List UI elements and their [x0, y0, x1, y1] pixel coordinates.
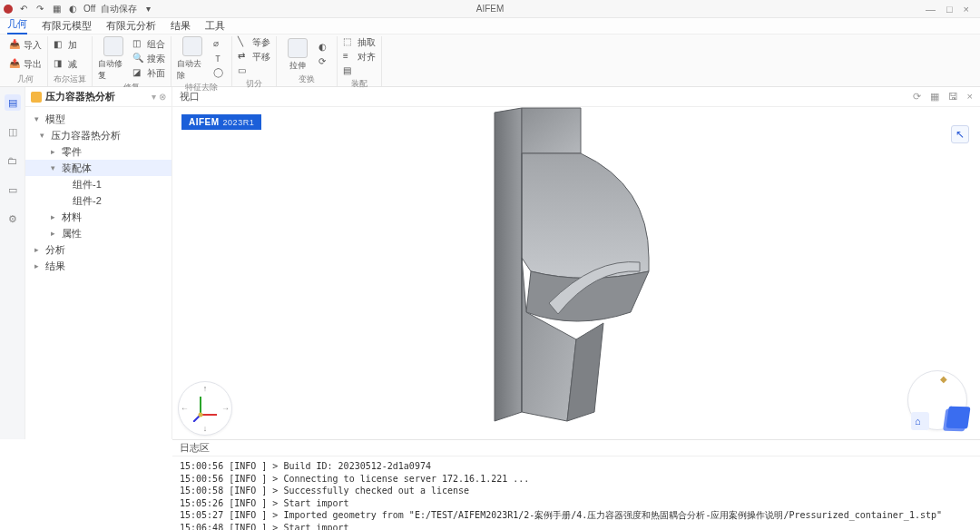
remove-opt2[interactable]: Ｔ: [213, 53, 226, 65]
app-title: AIFEM: [476, 4, 505, 14]
combine-button[interactable]: ◫组合: [132, 38, 165, 51]
nav-right-icon[interactable]: →: [221, 404, 230, 413]
viewport-save-icon[interactable]: 🖫: [948, 91, 958, 103]
transform-opt1[interactable]: ◐: [318, 42, 331, 54]
menu-fem-analysis[interactable]: 有限元分析: [106, 19, 156, 33]
nav-up-icon[interactable]: ↑: [203, 384, 208, 393]
boolean-add-button[interactable]: ◧加: [54, 39, 77, 52]
view-cube[interactable]: ◆ ⌂: [907, 370, 973, 436]
svg-marker-1: [522, 108, 581, 153]
svg-point-8: [199, 413, 203, 417]
menubar: 几何 有限元模型 有限元分析 结果 工具: [0, 18, 980, 34]
nav-dial[interactable]: ↑ ↓ ← →: [178, 381, 236, 439]
tree-row-properties[interactable]: ▸属性: [25, 225, 172, 241]
brand-tag: AIFEM2023R1: [181, 114, 261, 130]
view-home-icon[interactable]: ⌂: [915, 416, 921, 427]
menu-fem-model[interactable]: 有限元模型: [42, 19, 92, 33]
viewport-refresh-icon[interactable]: ⟳: [913, 91, 921, 103]
extract-button[interactable]: ⬚抽取: [343, 36, 376, 49]
autosave-label: 自动保存: [101, 3, 137, 15]
split-translate[interactable]: ⇄平移: [238, 51, 270, 64]
titlebar: ↶ ↷ ▦ ◐ Off 自动保存 ▾ AIFEM — □ ×: [0, 0, 980, 18]
ribbon-group-boolean-label: 布尔运算: [54, 74, 86, 86]
viewport-area: 视口 ⟳ ▦ 🖫 × AIFEM2023R1 ↖: [172, 87, 980, 439]
remove-opt1[interactable]: ⌀: [213, 38, 226, 51]
split-isoparam[interactable]: ╲等参: [238, 36, 270, 49]
viewport-grid-icon[interactable]: ▦: [930, 91, 939, 103]
import-button[interactable]: 📥导入: [9, 39, 42, 52]
app-icon: [4, 5, 13, 14]
axis-triad-icon: [193, 395, 220, 422]
menu-results[interactable]: 结果: [171, 19, 191, 33]
redo-icon[interactable]: ↷: [34, 4, 45, 15]
activity-bar: ▤ ◫ 🗀 ▭ ⚙: [0, 87, 25, 439]
transform-opt2[interactable]: ⟳: [318, 56, 331, 69]
view-iso-icon[interactable]: ◆: [940, 374, 947, 384]
split-extra[interactable]: ▭: [238, 65, 270, 78]
menu-geometry[interactable]: 几何: [7, 17, 27, 34]
activity-folder-icon[interactable]: 🗀: [5, 152, 21, 169]
tree-row-component-2[interactable]: 组件-2: [25, 192, 172, 209]
viewport-title: 视口: [180, 90, 200, 103]
menu-tools[interactable]: 工具: [205, 19, 225, 33]
assembly-extra[interactable]: ▤: [343, 65, 376, 78]
ribbon: 📥导入 📤导出 几何 ◧加 ◨减 布尔运算 自动修复 ◫组合 🔍搜索 ◪补面 修…: [0, 34, 980, 87]
search-button[interactable]: 🔍搜索: [132, 53, 165, 65]
window-maximize[interactable]: □: [946, 4, 953, 15]
save-icon[interactable]: ▦: [51, 4, 62, 15]
autosave-toggle-icon[interactable]: ◐: [67, 4, 78, 15]
auto-repair-button[interactable]: 自动修复: [98, 36, 129, 82]
extrude-button[interactable]: 拉伸: [282, 38, 313, 72]
panel-collapse-icon[interactable]: ▾ ⊗: [152, 92, 166, 102]
tree-row-results[interactable]: ▸结果: [25, 258, 172, 274]
export-button[interactable]: 📤导出: [9, 58, 42, 71]
window-minimize[interactable]: —: [926, 4, 936, 15]
tree-row-model[interactable]: ▾模型: [25, 111, 172, 127]
cursor-tool-icon[interactable]: ↖: [951, 125, 969, 143]
tree-row-parts[interactable]: ▸零件: [25, 143, 172, 160]
log-panel: 日志区 15:00:56 [INFO ] > Build ID: 2023051…: [172, 439, 980, 530]
auto-remove-button[interactable]: 自动去除: [177, 36, 208, 82]
tree-row-analysis-name[interactable]: ▾压力容器热分析: [25, 127, 172, 143]
activity-model-icon[interactable]: ▤: [5, 94, 21, 111]
cube-face[interactable]: [946, 407, 970, 429]
autosave-state: Off: [83, 4, 95, 14]
undo-icon[interactable]: ↶: [18, 4, 29, 15]
activity-db-icon[interactable]: ▭: [5, 182, 21, 198]
activity-settings-icon[interactable]: ⚙: [5, 211, 21, 227]
folder-icon: [31, 92, 42, 103]
remove-opt3[interactable]: ◯: [213, 67, 226, 80]
log-title: 日志区: [172, 440, 980, 456]
nav-down-icon[interactable]: ↓: [203, 424, 208, 433]
align-button[interactable]: ≡对齐: [343, 51, 376, 64]
tree-row-assembly[interactable]: ▾装配体: [25, 160, 172, 176]
log-body[interactable]: 15:00:56 [INFO ] > Build ID: 20230512-2d…: [172, 456, 980, 530]
svg-marker-0: [495, 108, 522, 421]
viewport-canvas[interactable]: AIFEM2023R1 ↖: [172, 107, 980, 439]
model-tree: ▾模型 ▾压力容器热分析 ▸零件 ▾装配体 组件-1 组件-2 ▸材料 ▸属性 …: [25, 107, 172, 278]
ribbon-group-geometry-label: 几何: [9, 74, 42, 86]
tree-row-component-1[interactable]: 组件-1: [25, 176, 172, 192]
tree-row-materials[interactable]: ▸材料: [25, 209, 172, 225]
activity-mesh-icon[interactable]: ◫: [5, 123, 21, 140]
side-panel: 压力容器热分析 ▾ ⊗ ▾模型 ▾压力容器热分析 ▸零件 ▾装配体 组件-1 组…: [25, 87, 172, 439]
chevron-down-icon[interactable]: ▾: [142, 4, 153, 15]
patch-face-button[interactable]: ◪补面: [132, 67, 165, 80]
nav-left-icon[interactable]: ←: [181, 404, 189, 413]
window-close[interactable]: ×: [964, 4, 969, 15]
ribbon-group-transform-label: 变换: [282, 74, 331, 86]
viewport-close-icon[interactable]: ×: [967, 91, 973, 103]
tree-row-analysis[interactable]: ▸分析: [25, 241, 172, 258]
boolean-sub-button[interactable]: ◨减: [54, 58, 77, 71]
side-panel-title: 压力容器热分析: [45, 90, 115, 103]
side-panel-header: 压力容器热分析 ▾ ⊗: [25, 87, 172, 107]
model-3d: [458, 107, 694, 430]
